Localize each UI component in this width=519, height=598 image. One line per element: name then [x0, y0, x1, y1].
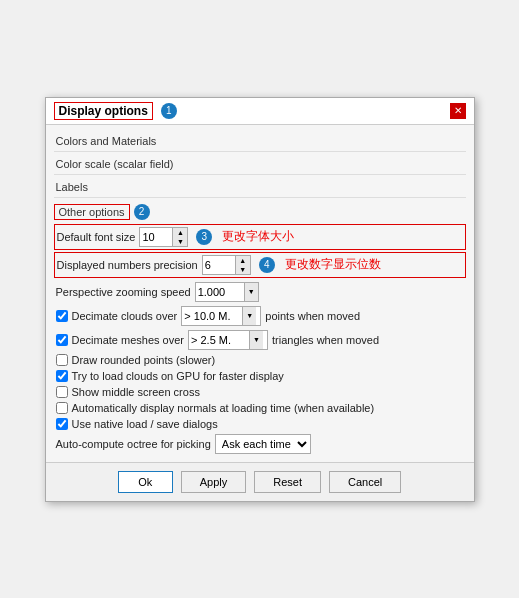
- perspective-down-arrow[interactable]: ▼: [244, 283, 258, 301]
- draw-rounded-row: Draw rounded points (slower): [54, 352, 466, 368]
- default-font-up[interactable]: ▲: [173, 228, 187, 237]
- auto-compute-label: Auto-compute octree for picking: [56, 438, 211, 450]
- dialog: Display options 1 ✕ Colors and Materials…: [45, 97, 475, 502]
- draw-rounded-label: Draw rounded points (slower): [72, 354, 216, 366]
- default-font-arrows: ▲ ▼: [172, 228, 187, 246]
- labels-label: Labels: [54, 177, 466, 198]
- displayed-numbers-spinner[interactable]: ▲ ▼: [202, 255, 251, 275]
- use-native-row: Use native load / save dialogs: [54, 416, 466, 432]
- auto-display-checkbox[interactable]: [56, 402, 68, 414]
- displayed-numbers-up[interactable]: ▲: [236, 256, 250, 265]
- dialog-title: Display options: [54, 102, 153, 120]
- perspective-label: Perspective zooming speed: [56, 286, 191, 298]
- auto-display-label: Automatically display normals at loading…: [72, 402, 375, 414]
- title-badge-1: 1: [161, 103, 177, 119]
- default-font-down[interactable]: ▼: [173, 237, 187, 246]
- default-font-input[interactable]: [140, 228, 172, 246]
- footer: Ok Apply Reset Cancel: [46, 462, 474, 501]
- decimate-meshes-input[interactable]: [189, 331, 249, 349]
- content-area: Colors and Materials Color scale (scalar…: [46, 125, 474, 462]
- displayed-numbers-arrows: ▲ ▼: [235, 256, 250, 274]
- apply-button[interactable]: Apply: [181, 471, 247, 493]
- decimate-meshes-suffix: triangles when moved: [272, 334, 379, 346]
- decimate-clouds-suffix: points when moved: [265, 310, 360, 322]
- decimate-meshes-combo[interactable]: ▼: [188, 330, 268, 350]
- perspective-input[interactable]: [196, 283, 244, 301]
- font-badge: 3: [196, 229, 212, 245]
- decimate-clouds-combo[interactable]: ▼: [181, 306, 261, 326]
- decimate-clouds-input[interactable]: [182, 307, 242, 325]
- try-load-label: Try to load clouds on GPU for faster dis…: [72, 370, 284, 382]
- ok-button[interactable]: Ok: [118, 471, 173, 493]
- perspective-spinner[interactable]: ▼: [195, 282, 259, 302]
- cancel-button[interactable]: Cancel: [329, 471, 401, 493]
- decimate-clouds-checkbox[interactable]: [56, 310, 68, 322]
- auto-compute-select[interactable]: Ask each time: [215, 434, 311, 454]
- displayed-numbers-row: Displayed numbers precision ▲ ▼ 4 更改数字显示…: [54, 252, 466, 278]
- use-native-label: Use native load / save dialogs: [72, 418, 218, 430]
- perspective-row: Perspective zooming speed ▼: [54, 280, 466, 304]
- decimate-meshes-checkbox[interactable]: [56, 334, 68, 346]
- numbers-annotation: 更改数字显示位数: [285, 256, 381, 273]
- use-native-checkbox[interactable]: [56, 418, 68, 430]
- default-font-label: Default font size: [57, 231, 136, 243]
- show-middle-row: Show middle screen cross: [54, 384, 466, 400]
- try-load-row: Try to load clouds on GPU for faster dis…: [54, 368, 466, 384]
- reset-button[interactable]: Reset: [254, 471, 321, 493]
- show-middle-label: Show middle screen cross: [72, 386, 200, 398]
- title-bar-controls: ✕: [450, 103, 466, 119]
- close-button[interactable]: ✕: [450, 103, 466, 119]
- auto-display-row: Automatically display normals at loading…: [54, 400, 466, 416]
- font-annotation: 更改字体大小: [222, 228, 294, 245]
- title-bar: Display options 1 ✕: [46, 98, 474, 125]
- default-font-spinner[interactable]: ▲ ▼: [139, 227, 188, 247]
- displayed-numbers-down[interactable]: ▼: [236, 265, 250, 274]
- decimate-clouds-arrow[interactable]: ▼: [242, 307, 256, 325]
- color-scale-label: Color scale (scalar field): [54, 154, 466, 175]
- show-middle-checkbox[interactable]: [56, 386, 68, 398]
- other-options-header: Other options 2: [54, 204, 466, 220]
- displayed-numbers-label: Displayed numbers precision: [57, 259, 198, 271]
- draw-rounded-checkbox[interactable]: [56, 354, 68, 366]
- displayed-numbers-input[interactable]: [203, 256, 235, 274]
- decimate-clouds-label: Decimate clouds over: [72, 310, 178, 322]
- colors-materials-label: Colors and Materials: [54, 131, 466, 152]
- auto-compute-row: Auto-compute octree for picking Ask each…: [54, 432, 466, 456]
- decimate-meshes-row: Decimate meshes over ▼ triangles when mo…: [54, 328, 466, 352]
- other-options-label: Other options: [54, 204, 130, 220]
- other-options-badge: 2: [134, 204, 150, 220]
- decimate-meshes-arrow[interactable]: ▼: [249, 331, 263, 349]
- decimate-meshes-label: Decimate meshes over: [72, 334, 185, 346]
- try-load-checkbox[interactable]: [56, 370, 68, 382]
- default-font-row: Default font size ▲ ▼ 3 更改字体大小: [54, 224, 466, 250]
- numbers-badge: 4: [259, 257, 275, 273]
- decimate-clouds-row: Decimate clouds over ▼ points when moved: [54, 304, 466, 328]
